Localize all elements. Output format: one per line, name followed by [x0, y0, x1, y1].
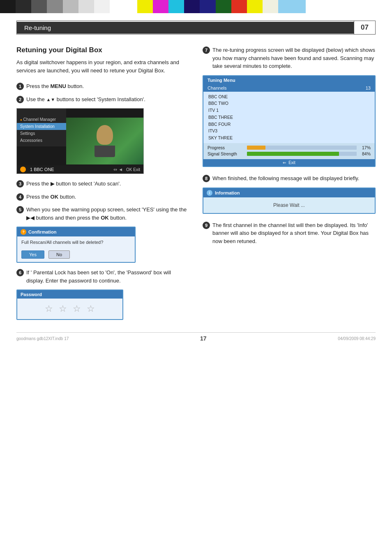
color-block	[78, 0, 94, 13]
progress-bar-background	[247, 146, 357, 150]
page-footer: goodmans gdb12XIT.indb 17 17 04/09/2009 …	[16, 332, 376, 342]
footer-right: 04/09/2009 08:44:29	[338, 336, 376, 341]
tuning-channels-row: Channels 13	[203, 84, 375, 92]
footer-page-num: 17	[200, 335, 207, 342]
menu-key: MENU	[51, 83, 66, 89]
step-text-5: When you see the warning popup screen, s…	[26, 206, 189, 222]
color-block	[94, 0, 110, 13]
password-star-3: ☆	[73, 303, 81, 314]
tuning-menu-title: Tuning Menu	[203, 76, 375, 84]
color-block	[168, 0, 184, 13]
step-number-7: 7	[203, 46, 210, 54]
channel-bbc-one: BBC ONE	[208, 93, 370, 100]
color-block	[47, 0, 62, 13]
page-header: Re-tuning 07	[16, 21, 376, 35]
page-title: Re-tuning	[17, 22, 354, 34]
step-text-1: Press the MENU button.	[26, 82, 84, 90]
signal-label: Signal Strength	[208, 151, 244, 156]
color-block	[110, 0, 137, 13]
tv-screenshot: ● Channel Manager System Installation Se…	[16, 108, 144, 174]
question-icon: ?	[21, 229, 26, 235]
main-content: Retuning your Digital Box As digital swi…	[16, 46, 376, 320]
step-number-3: 3	[16, 180, 24, 188]
confirmation-message: Full Rescan/All channels will be deleted…	[17, 236, 135, 248]
channel-itv3: ITV3	[208, 127, 370, 134]
info-title: Information	[215, 190, 240, 195]
color-block	[0, 0, 16, 13]
signal-bar-fill	[247, 152, 339, 156]
color-block	[216, 0, 231, 13]
step-3: 3 Press the ▶ button to select 'Auto sca…	[16, 180, 189, 188]
color-block	[31, 0, 47, 13]
step-text-3: Press the ▶ button to select 'Auto scan'…	[26, 180, 121, 188]
step-5: 5 When you see the warning popup screen,…	[16, 206, 189, 222]
no-button[interactable]: No	[48, 250, 70, 259]
information-dialog: i Information Please Wait ...	[203, 188, 376, 214]
progress-bar-fill	[247, 146, 265, 150]
tuning-channel-list: BBC ONE BBC TWO ITV 1 BBC THREE BBC FOUR…	[203, 92, 375, 144]
channel-sky-three: SKY THREE	[208, 134, 370, 141]
step-8: 8 When finished, the following message w…	[203, 174, 376, 183]
channel-icon	[20, 167, 26, 172]
step-text-9: The first channel in the channel list wi…	[212, 221, 376, 246]
tv-menu-item-system-installation: System Installation	[17, 123, 66, 130]
step-number-8: 8	[203, 175, 210, 182]
left-arrow-icon: ⇐	[283, 160, 286, 165]
step-number-1: 1	[16, 83, 24, 90]
color-block	[247, 0, 263, 13]
channel-itv1: ITV 1	[208, 107, 370, 114]
step-text-4: Press the OK button.	[26, 193, 76, 201]
step-4: 4 Press the OK button.	[16, 193, 189, 201]
signal-percent: 84%	[359, 151, 371, 156]
step-text-2: Use the ▲▼ buttons to select 'System Ins…	[26, 95, 145, 104]
color-block	[153, 0, 168, 13]
channel-name: 1 BBC ONE	[30, 167, 54, 172]
tv-bottom-bar: 1 BBC ONE ⇔ ◄ OK Exit	[17, 165, 143, 174]
info-icon: i	[207, 190, 212, 196]
step-text-6: If ' Parental Lock has been set to 'On',…	[26, 269, 189, 285]
step-2: 2 Use the ▲▼ buttons to select 'System I…	[16, 95, 189, 104]
step-7: 7 The re-tuning progress screen will be …	[203, 46, 376, 70]
tv-menu-item-settings: Settings	[17, 130, 66, 137]
step-6: 6 If ' Parental Lock has been set to 'On…	[16, 269, 189, 285]
step-number-2: 2	[16, 96, 24, 103]
channel-bbc-three: BBC THREE	[208, 114, 370, 121]
password-star-1: ☆	[45, 303, 53, 314]
step-1: 1 Press the MENU button.	[16, 82, 189, 90]
tuning-signal-row: Signal Strength 84%	[208, 151, 371, 156]
tv-menu-sidebar: ● Channel Manager System Installation Se…	[17, 109, 66, 146]
progress-percent: 17%	[359, 145, 371, 150]
yes-button[interactable]: Yes	[21, 250, 44, 259]
password-title: Password	[17, 290, 122, 299]
tuning-channels-label: Channels	[208, 86, 226, 90]
section-title: Retuning your Digital Box	[16, 46, 189, 54]
password-body: ☆ ☆ ☆ ☆	[17, 299, 122, 319]
page-number: 07	[354, 21, 375, 34]
color-block	[63, 0, 78, 13]
signal-bar-background	[247, 152, 357, 156]
tuning-menu-box: Tuning Menu Channels 13 BBC ONE BBC TWO …	[203, 75, 376, 167]
password-star-2: ☆	[59, 303, 67, 314]
password-star-4: ☆	[87, 303, 95, 314]
top-color-bar	[0, 0, 392, 13]
confirmation-dialog: ? Confirmation Full Rescan/All channels …	[16, 227, 136, 263]
info-message: Please Wait ...	[203, 197, 375, 213]
step-number-6: 6	[16, 269, 24, 276]
color-block	[263, 0, 278, 13]
tv-image-area	[66, 118, 143, 164]
color-block	[200, 0, 215, 13]
color-block	[231, 0, 247, 13]
nav-arrows: ⇔ ◄	[113, 167, 123, 172]
step-number-4: 4	[16, 193, 24, 201]
color-block	[16, 0, 31, 13]
info-title-bar: i Information	[203, 188, 375, 197]
color-block	[137, 0, 153, 13]
password-dialog: Password ☆ ☆ ☆ ☆	[16, 290, 123, 320]
step-number-5: 5	[16, 206, 24, 213]
color-block	[184, 0, 200, 13]
tuning-channels-count: 13	[366, 86, 371, 90]
tv-menu-item-channel-manager: ● Channel Manager	[17, 116, 66, 123]
ok-exit-label: OK Exit	[126, 167, 140, 172]
tuning-progress-row: Progress 17%	[208, 145, 371, 150]
channel-bbc-four: BBC FOUR	[208, 121, 370, 128]
